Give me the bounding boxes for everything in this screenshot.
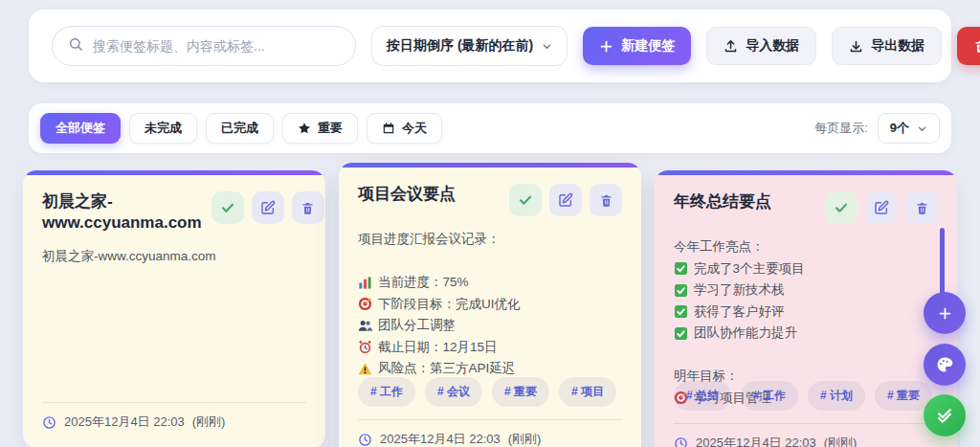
- note-card: 初晨之家-www.ccyuanma.com初晨之家-www.ccyuanma.c…: [23, 170, 325, 447]
- note-tag[interactable]: # 重要: [875, 381, 932, 411]
- filter-tab-label: 已完成: [221, 120, 258, 137]
- complete-note-button[interactable]: [825, 191, 858, 224]
- edit-note-button[interactable]: [865, 191, 898, 224]
- note-tags: # 工作# 会议# 重要# 项目: [358, 377, 622, 407]
- per-page-select[interactable]: 9个: [878, 113, 940, 144]
- note-content-text: 团队协作能力提升: [694, 324, 797, 342]
- per-page-value: 9个: [890, 120, 909, 137]
- sort-order-value: 按日期倒序 (最新的在前): [387, 37, 533, 55]
- note-timestamp: 2025年12月4日 22:03: [696, 435, 816, 447]
- alarm-icon: [358, 340, 372, 354]
- per-page-label: 每页显示:: [814, 120, 868, 137]
- check-icon: [220, 200, 235, 215]
- check-icon: [518, 192, 533, 208]
- note-content-line: 完成了3个主要项目: [674, 258, 938, 280]
- note-tag[interactable]: # 总结: [674, 381, 731, 411]
- theme-palette-fab[interactable]: [924, 344, 966, 386]
- plus-icon: [599, 39, 613, 54]
- complete-note-button[interactable]: [212, 191, 244, 224]
- edit-note-button[interactable]: [252, 191, 284, 224]
- chart-bar-icon: [358, 276, 372, 290]
- note-content-line: 截止日期：12月15日: [358, 337, 622, 359]
- note-content-text: 获得了客户好评: [694, 303, 785, 321]
- note-relative-time: (刚刚): [824, 435, 858, 447]
- note-content-text: 团队分工调整: [378, 317, 456, 334]
- new-note-button[interactable]: 新建便签: [583, 27, 691, 65]
- filter-tab[interactable]: 重要: [282, 113, 358, 144]
- trash-icon: [973, 39, 980, 54]
- top-toolbar: 按日期倒序 (最新的在前) 新建便签 导入数据 导出数据 清空所有: [29, 10, 951, 82]
- note-content-text: 学习了新技术栈: [694, 281, 785, 299]
- trash-icon: [915, 201, 929, 215]
- upload-icon: [724, 39, 738, 54]
- sort-order-select[interactable]: 按日期倒序 (最新的在前): [371, 26, 568, 66]
- note-content-line: [358, 251, 622, 273]
- delete-note-button[interactable]: [905, 191, 938, 224]
- note-tag[interactable]: # 重要: [492, 377, 549, 407]
- filter-tab[interactable]: 今天: [367, 113, 442, 144]
- clock-icon: [358, 433, 372, 447]
- target-icon: [358, 297, 372, 311]
- clock-icon: [674, 436, 688, 447]
- clear-all-button[interactable]: 清空所有: [957, 27, 980, 65]
- note-actions: [509, 184, 622, 216]
- edit-icon: [260, 200, 276, 215]
- double-check-icon: [935, 406, 954, 425]
- complete-note-button[interactable]: [509, 184, 542, 216]
- import-data-button[interactable]: 导入数据: [706, 27, 816, 65]
- filter-tab[interactable]: 已完成: [206, 113, 274, 144]
- edit-note-button[interactable]: [549, 184, 582, 216]
- check-square-icon: [674, 304, 688, 319]
- star-icon: [298, 122, 311, 135]
- note-content-line: 学习了新技术栈: [674, 279, 938, 302]
- note-content-line: 下阶段目标：完成UI优化: [358, 294, 622, 316]
- people-icon: [358, 319, 372, 333]
- note-actions: [825, 191, 938, 224]
- filter-tab-label: 全部便签: [56, 120, 105, 137]
- note-timestamp: 2025年12月4日 22:03: [380, 431, 501, 447]
- search-box[interactable]: [52, 26, 356, 66]
- scrollbar-thumb[interactable]: [940, 228, 945, 297]
- note-content-text: 今年工作亮点：: [674, 238, 765, 256]
- note-footer: 2025年12月4日 22:03(刚刚): [42, 402, 306, 447]
- note-tag[interactable]: # 项目: [559, 377, 616, 407]
- export-data-button[interactable]: 导出数据: [832, 27, 942, 65]
- note-content-text: 初晨之家-www.ccyuanma.com: [42, 248, 216, 265]
- download-icon: [849, 39, 863, 54]
- notes-grid: 初晨之家-www.ccyuanma.com初晨之家-www.ccyuanma.c…: [23, 163, 957, 447]
- note-content-text: 风险点：第三方API延迟: [378, 360, 515, 377]
- note-tag[interactable]: # 工作: [741, 381, 798, 411]
- delete-note-button[interactable]: [590, 184, 622, 216]
- filter-tab[interactable]: 全部便签: [40, 113, 121, 144]
- check-square-icon: [674, 261, 688, 276]
- delete-note-button[interactable]: [292, 191, 324, 224]
- note-tag[interactable]: # 计划: [808, 381, 865, 411]
- edit-icon: [558, 192, 573, 208]
- note-content-text: 截止日期：12月15日: [378, 339, 498, 356]
- note-timestamp: 2025年12月4日 22:03: [64, 413, 185, 431]
- note-tag[interactable]: # 工作: [358, 377, 415, 407]
- note-actions: [212, 191, 324, 224]
- check-icon: [834, 200, 849, 215]
- card-accent-bar: [23, 170, 325, 175]
- note-content-line: 当前进度：75%: [358, 272, 622, 294]
- note-tags: # 总结# 工作# 计划# 重要: [674, 381, 938, 411]
- note-content-line: 获得了客户好评: [674, 302, 938, 324]
- note-content-line: 项目进度汇报会议记录：: [358, 229, 622, 251]
- complete-all-fab[interactable]: [924, 394, 966, 436]
- plus-icon: [938, 306, 952, 321]
- chevron-down-icon: [917, 123, 927, 134]
- add-note-fab[interactable]: [924, 292, 966, 334]
- note-content-line: 团队分工调整: [358, 315, 622, 337]
- chevron-down-icon: [542, 41, 552, 52]
- note-relative-time: (刚刚): [192, 413, 226, 431]
- note-card: 年终总结要点今年工作亮点：完成了3个主要项目学习了新技术栈获得了客户好评团队协作…: [655, 170, 957, 447]
- clock-icon: [42, 415, 56, 430]
- note-content: 今年工作亮点：完成了3个主要项目学习了新技术栈获得了客户好评团队协作能力提升明年…: [674, 236, 938, 375]
- note-content-text: 下阶段目标：完成UI优化: [378, 296, 521, 313]
- note-content-text: 完成了3个主要项目: [694, 260, 805, 278]
- note-tag[interactable]: # 会议: [425, 377, 482, 407]
- note-footer: 2025年12月4日 22:03(刚刚): [358, 419, 622, 447]
- filter-tab[interactable]: 未完成: [129, 113, 197, 144]
- search-input[interactable]: [93, 38, 340, 54]
